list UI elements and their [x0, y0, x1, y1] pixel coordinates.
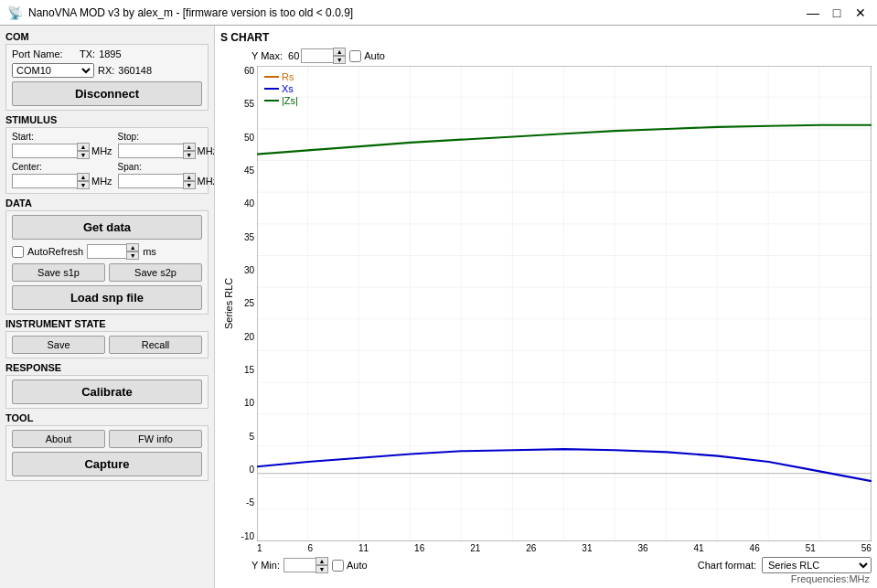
stimulus-section: STIMULUS Start: 1.000000 ▲ ▼: [5, 114, 209, 194]
start-label: Start:: [12, 132, 112, 142]
autorefresh-down-btn[interactable]: ▼: [126, 251, 139, 260]
span-row: 59.000000 ▲ ▼ MHz: [118, 173, 215, 189]
chart-main: Series RLC 605550454035302520151050-5-10: [220, 66, 872, 541]
y-tick: 40: [244, 198, 254, 208]
y-min-auto-checkbox[interactable]: [332, 560, 344, 572]
recall-button[interactable]: Recall: [109, 336, 202, 354]
x-tick-51: 51: [806, 543, 816, 553]
start-input[interactable]: 1.000000: [12, 144, 78, 158]
load-snp-button[interactable]: Load snp file: [12, 285, 202, 310]
x-tick-1: 1: [257, 543, 262, 553]
port-name-label: Port Name:: [12, 48, 67, 59]
capture-button[interactable]: Capture: [12, 452, 202, 476]
legend-zs: |Zs|: [264, 95, 298, 106]
center-field: Center: 30.500000 ▲ ▼ MHz: [12, 162, 112, 189]
y-min-spinbox[interactable]: -10.0 ▲ ▼: [283, 557, 328, 573]
start-spinbox-btns: ▲ ▼: [77, 143, 90, 159]
autorefresh-label: AutoRefresh: [27, 246, 83, 257]
y-min-up-btn[interactable]: ▲: [316, 557, 328, 565]
start-spinbox[interactable]: 1.000000 ▲ ▼: [12, 143, 90, 159]
close-button[interactable]: ✕: [851, 4, 870, 22]
y-tick: -5: [246, 497, 254, 508]
instrument-state-body: Save Recall: [5, 331, 209, 358]
center-up-btn[interactable]: ▲: [77, 173, 90, 181]
save-s1p-button[interactable]: Save s1p: [12, 263, 105, 282]
y-min-auto-row: Auto: [332, 560, 368, 572]
y-max-spinbox[interactable]: 60.0 ▲ ▼: [301, 48, 346, 64]
stim-grid: Start: 1.000000 ▲ ▼ MHz: [12, 132, 202, 189]
data-label: DATA: [5, 198, 209, 208]
chart-format-select[interactable]: Series RLC Parallel RLC Smith Chart Reac…: [762, 557, 872, 573]
y-tick: 35: [244, 232, 254, 242]
titlebar-left: 📡 NanoVNA MOD v3 by alex_m - [firmware v…: [7, 5, 353, 20]
com-section: COM Port Name: TX: 1895 COM10 RX: 360148…: [5, 31, 209, 111]
start-down-btn[interactable]: ▼: [77, 151, 90, 159]
stop-spinbox[interactable]: 60.000000 ▲ ▼: [118, 143, 196, 159]
data-section-body: Get data AutoRefresh 1200 ▲ ▼ ms Save s1…: [5, 210, 209, 315]
y-min-auto-label: Auto: [347, 560, 368, 571]
ms-label: ms: [143, 246, 156, 257]
span-spinbox[interactable]: 59.000000 ▲ ▼: [118, 173, 196, 189]
center-row: 30.500000 ▲ ▼ MHz: [12, 173, 112, 189]
calibrate-button[interactable]: Calibrate: [12, 380, 202, 404]
disconnect-button[interactable]: Disconnect: [12, 81, 202, 106]
y-max-up-btn[interactable]: ▲: [333, 48, 346, 56]
y-max-spinbox-btns: ▲ ▼: [333, 48, 346, 64]
instrument-state-row: Save Recall: [12, 336, 202, 354]
y-min-input[interactable]: -10.0: [283, 558, 316, 572]
tool-label: TOOL: [5, 412, 209, 423]
zs-color: [264, 100, 279, 102]
stop-row: 60.000000 ▲ ▼ MHz: [118, 143, 215, 159]
save-s2p-button[interactable]: Save s2p: [109, 263, 202, 282]
maximize-button[interactable]: □: [828, 4, 846, 22]
autorefresh-input[interactable]: 1200: [87, 244, 127, 259]
center-spinbox[interactable]: 30.500000 ▲ ▼: [12, 173, 90, 189]
y-max-input[interactable]: 60.0: [301, 48, 334, 63]
x-tick-6: 6: [308, 543, 314, 553]
center-input[interactable]: 30.500000: [12, 174, 78, 188]
y-min-down-btn[interactable]: ▼: [316, 565, 328, 573]
save-state-button[interactable]: Save: [12, 336, 105, 354]
y-tick: 10: [244, 398, 254, 408]
span-spinbox-btns: ▲ ▼: [183, 173, 196, 189]
legend-rs: Rs: [264, 71, 298, 82]
autorefresh-up-btn[interactable]: ▲: [126, 243, 139, 251]
y-tick: 55: [244, 99, 254, 109]
y-max-label: Y Max:: [251, 50, 283, 61]
start-up-btn[interactable]: ▲: [77, 143, 90, 151]
y-min-row: Y Min: -10.0 ▲ ▼ Auto: [220, 557, 368, 573]
center-down-btn[interactable]: ▼: [77, 181, 90, 189]
autorefresh-checkbox[interactable]: [12, 246, 24, 258]
y-max-auto-checkbox[interactable]: [349, 50, 361, 62]
y-tick: 15: [244, 365, 254, 375]
span-unit: MHz: [198, 176, 215, 187]
x-tick-56: 56: [861, 543, 872, 553]
stop-up-btn[interactable]: ▲: [183, 143, 196, 151]
fw-info-button[interactable]: FW info: [109, 430, 202, 448]
rs-label: Rs: [282, 71, 294, 82]
stop-down-btn[interactable]: ▼: [183, 151, 196, 159]
span-down-btn[interactable]: ▼: [183, 181, 196, 189]
y-tick: 25: [244, 298, 254, 308]
span-input[interactable]: 59.000000: [118, 174, 184, 188]
chart-title: S CHART: [220, 31, 872, 44]
xs-color: [264, 88, 279, 90]
autorefresh-spinbox[interactable]: 1200 ▲ ▼: [87, 243, 139, 260]
app-icon: 📡: [7, 5, 23, 20]
chart-legend: Rs Xs |Zs|: [264, 71, 298, 106]
span-up-btn[interactable]: ▲: [183, 173, 196, 181]
rx-value: 360148: [118, 65, 152, 76]
stop-input[interactable]: 60.000000: [118, 144, 184, 158]
y-max-down-btn[interactable]: ▼: [333, 56, 346, 64]
minimize-button[interactable]: —: [804, 4, 822, 22]
get-data-button[interactable]: Get data: [12, 215, 202, 240]
about-button[interactable]: About: [12, 430, 105, 448]
chart-svg: [257, 66, 872, 541]
center-unit: MHz: [91, 176, 112, 187]
com-port-select[interactable]: COM10: [12, 63, 94, 78]
y-tick: 45: [244, 166, 254, 176]
svg-rect-4: [257, 66, 872, 541]
rs-color: [264, 76, 279, 78]
x-tick-21: 21: [470, 543, 480, 553]
window-title: NanoVNA MOD v3 by alex_m - [firmware ver…: [28, 6, 353, 19]
